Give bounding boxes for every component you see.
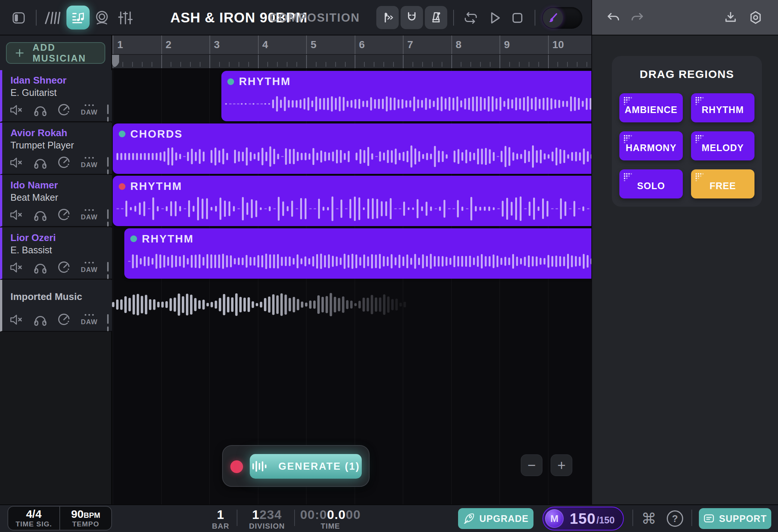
imported-audio-waveform[interactable]	[112, 281, 409, 332]
snap-button[interactable]	[401, 6, 423, 29]
daw-link-icon[interactable]: DAW	[81, 313, 98, 327]
support-button[interactable]: SUPPORT	[699, 508, 771, 529]
undo-button[interactable]	[605, 0, 622, 35]
stop-button[interactable]	[509, 0, 526, 35]
ruler-minor-tick	[567, 62, 568, 67]
drag-region-solo[interactable]: SOLO	[619, 169, 683, 198]
region-rhythm[interactable]: RHYTHM	[124, 228, 591, 279]
region-waveform	[113, 176, 591, 226]
bar-counter: 1 BAR	[208, 508, 234, 531]
mixer-view-button[interactable]	[116, 0, 134, 35]
play-button[interactable]	[486, 0, 503, 35]
row-drag-handle[interactable]	[107, 104, 109, 123]
ruler-minor-tick	[239, 62, 239, 67]
add-musician-button[interactable]: ADD MUSICIAN	[6, 42, 105, 64]
volume-knob-icon[interactable]	[57, 208, 71, 222]
headphones-icon[interactable]	[34, 313, 47, 326]
headphones-icon[interactable]	[34, 261, 47, 274]
credits-pill[interactable]: M 150 /150	[542, 507, 624, 531]
autoscroll-button[interactable]	[376, 6, 399, 29]
download-button[interactable]	[722, 0, 739, 35]
zoom-in-button[interactable]: +	[551, 454, 572, 476]
daw-link-icon[interactable]: DAW	[81, 260, 98, 275]
row-drag-handle[interactable]	[107, 157, 109, 176]
drag-corner-icon	[623, 172, 633, 182]
mute-icon[interactable]	[10, 104, 24, 116]
ruler-ticks[interactable]	[112, 55, 591, 69]
metronome-button[interactable]	[425, 6, 447, 29]
drag-region-label: MELODY	[702, 139, 744, 153]
musician-row[interactable]: Imported MusicDAW	[0, 280, 112, 332]
bottombar-divider	[691, 510, 692, 526]
drag-region-harmony[interactable]: HARMONY	[619, 131, 683, 160]
time-counter: 00:00.000 TIME	[299, 508, 362, 531]
headphones-icon[interactable]	[34, 208, 47, 222]
ruler-minor-tick	[509, 62, 510, 67]
row-drag-handle[interactable]	[107, 314, 109, 333]
bottombar-divider	[237, 510, 237, 526]
mute-icon[interactable]	[10, 209, 24, 221]
generate-label: GENERATE (1)	[278, 461, 360, 472]
ruler-bar-number: 6	[359, 39, 365, 51]
volume-knob-icon[interactable]	[57, 156, 71, 170]
composition-view-button[interactable]	[66, 6, 90, 29]
track-lanes[interactable]: RHYTHMCHORDSRHYTHMRHYTHM	[112, 69, 591, 504]
paint-toggle-knob	[543, 8, 563, 28]
shortcuts-button[interactable]: ⌘	[639, 509, 659, 528]
region-chords[interactable]: CHORDS	[113, 123, 591, 174]
region-rhythm[interactable]: RHYTHM	[221, 71, 591, 121]
help-button[interactable]: ?	[667, 510, 683, 527]
timeline-ruler[interactable]: 12345678910	[112, 35, 591, 69]
tempo-cell[interactable]: 90BPM TEMPO	[59, 507, 111, 530]
volume-knob-icon[interactable]	[57, 260, 71, 275]
musician-row[interactable]: Idan ShneorE. GuitaristDAW	[0, 70, 112, 122]
ruler-minor-tick	[296, 62, 297, 67]
drag-region-ambience[interactable]: AMBIENCE	[619, 93, 683, 122]
settings-button[interactable]	[747, 0, 765, 35]
record-button[interactable]	[230, 460, 243, 473]
time-signature-cell[interactable]: 4/4 TIME SIG.	[8, 507, 59, 530]
panel-toggle-button[interactable]	[10, 0, 28, 35]
musician-list: Idan ShneorE. GuitaristDAWAvior RokahTru…	[0, 70, 112, 504]
volume-knob-icon[interactable]	[57, 313, 71, 327]
musician-row[interactable]: Ido NamerBeat MakerDAW	[0, 175, 112, 227]
region-rhythm[interactable]: RHYTHM	[113, 176, 591, 226]
time-dim-left: 00:0	[300, 507, 327, 522]
mute-icon[interactable]	[10, 156, 24, 169]
drag-region-rhythm[interactable]: RHYTHM	[691, 93, 754, 122]
row-drag-handle[interactable]	[107, 262, 109, 281]
undo-icon	[606, 11, 621, 25]
drag-corner-icon	[695, 172, 704, 182]
ruler-minor-tick	[229, 62, 230, 67]
drag-region-melody[interactable]: MELODY	[691, 131, 754, 160]
tempo-timesig-pill[interactable]: 4/4 TIME SIG. 90BPM TEMPO	[7, 506, 112, 531]
daw-link-icon[interactable]: DAW	[81, 156, 98, 170]
ruler-minor-tick	[529, 62, 529, 67]
drum-view-button[interactable]	[93, 0, 111, 35]
volume-knob-icon[interactable]	[57, 103, 71, 117]
drag-region-free[interactable]: FREE	[691, 169, 754, 198]
playhead-handle[interactable]	[112, 55, 119, 68]
zoom-out-button[interactable]: −	[521, 454, 542, 476]
mute-icon[interactable]	[10, 261, 24, 274]
headphones-icon[interactable]	[34, 103, 47, 117]
musician-row[interactable]: Avior RokahTrumpet PlayerDAW	[0, 123, 112, 175]
loop-button[interactable]	[462, 0, 479, 35]
mute-icon[interactable]	[10, 313, 24, 326]
strings-view-button[interactable]	[44, 0, 61, 35]
redo-button[interactable]	[629, 0, 646, 35]
musician-name: Avior Rokah	[10, 127, 67, 139]
daw-link-icon[interactable]: DAW	[81, 208, 98, 222]
ruler-bar-line	[113, 35, 113, 54]
daw-link-icon[interactable]: DAW	[81, 103, 98, 117]
musician-row[interactable]: Lior OzeriE. BassistDAW	[0, 228, 112, 279]
upgrade-button[interactable]: UPGRADE	[458, 508, 533, 529]
redo-icon	[630, 11, 645, 25]
paint-mode-toggle[interactable]	[542, 7, 582, 29]
generate-button[interactable]: GENERATE (1)	[250, 454, 362, 479]
division-label: DIVISION	[249, 522, 285, 531]
musician-name: Ido Namer	[10, 179, 58, 191]
ruler-minor-tick	[393, 62, 394, 67]
row-drag-handle[interactable]	[107, 209, 109, 228]
headphones-icon[interactable]	[34, 156, 47, 169]
